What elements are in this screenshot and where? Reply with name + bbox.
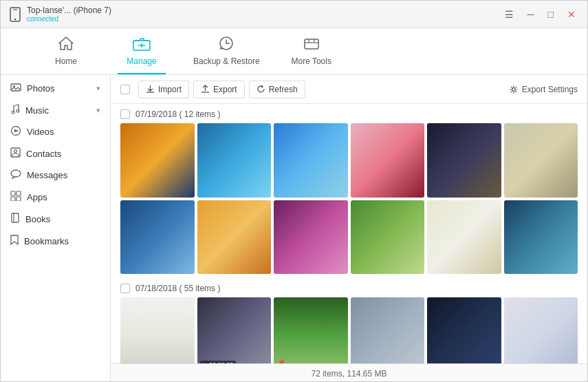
photo-grid xyxy=(120,123,578,274)
svg-point-30 xyxy=(512,87,515,91)
import-icon xyxy=(146,85,155,94)
export-settings-button[interactable]: Export Settings xyxy=(509,85,578,94)
tab-backup-label: Backup & Restore xyxy=(193,56,260,66)
home-icon xyxy=(58,36,74,54)
photo-cell[interactable] xyxy=(351,200,425,275)
status-text: 72 items, 114.65 MB xyxy=(311,369,386,379)
sidebar-item-messages-label: Messages xyxy=(27,170,67,180)
video-badge: ▶ 00:00:05 xyxy=(200,361,237,364)
device-name: Top-lanse'... (iPhone 7) xyxy=(27,6,111,15)
photo-cell[interactable] xyxy=(120,200,195,275)
export-settings-label: Export Settings xyxy=(522,85,578,94)
svg-marker-27 xyxy=(11,235,18,244)
content-area: Import Export Refresh Export Settings 07… xyxy=(111,75,587,382)
photo-cell[interactable] xyxy=(120,297,195,363)
maximize-button[interactable]: □ xyxy=(545,8,557,21)
manage-icon xyxy=(133,36,151,54)
export-label: Export xyxy=(213,85,237,94)
photo-cell[interactable] xyxy=(274,200,348,275)
svg-rect-23 xyxy=(11,197,15,201)
tools-icon xyxy=(303,36,320,54)
bookmarks-icon xyxy=(10,235,19,247)
refresh-button[interactable]: Refresh xyxy=(249,81,305,98)
date-label: 07/18/2018 ( 55 items ) xyxy=(135,284,220,293)
photos-icon xyxy=(10,83,21,94)
top-nav: Home Manage Backup & Restore xyxy=(1,28,587,75)
sidebar-item-photos[interactable]: Photos ▾ xyxy=(1,78,110,99)
photo-cell[interactable] xyxy=(351,297,425,363)
photo-cell[interactable]: 📍 xyxy=(274,297,348,363)
tab-manage[interactable]: Manage xyxy=(118,36,166,74)
tab-tools-label: More Tools xyxy=(291,56,331,66)
refresh-label: Refresh xyxy=(269,85,298,94)
photo-cell[interactable] xyxy=(427,123,501,198)
svg-rect-25 xyxy=(12,213,19,222)
svg-rect-22 xyxy=(17,191,21,195)
apps-icon xyxy=(10,191,21,203)
menu-button[interactable]: ☰ xyxy=(501,8,517,21)
photo-cell[interactable] xyxy=(120,123,195,198)
photo-cell[interactable] xyxy=(427,200,501,275)
toolbar: Import Export Refresh Export Settings xyxy=(111,75,587,104)
photo-cell[interactable] xyxy=(274,123,348,198)
svg-rect-21 xyxy=(11,191,15,195)
tab-home[interactable]: Home xyxy=(42,36,90,74)
export-icon xyxy=(201,85,210,94)
group-checkbox[interactable] xyxy=(120,284,130,293)
photo-cell[interactable] xyxy=(504,123,578,198)
phone-icon xyxy=(9,7,21,22)
tab-tools[interactable]: More Tools xyxy=(287,36,336,74)
photo-cell[interactable] xyxy=(197,200,272,275)
title-bar: Top-lanse'... (iPhone 7) connected ☰ ─ □… xyxy=(1,1,587,28)
photo-cell[interactable]: ▶ 00:00:05 xyxy=(197,297,272,363)
sidebar-item-apps[interactable]: Apps xyxy=(1,186,110,208)
export-button[interactable]: Export xyxy=(193,81,245,98)
photo-cell[interactable] xyxy=(427,297,501,363)
photo-cell[interactable] xyxy=(504,297,578,363)
device-info: Top-lanse'... (iPhone 7) connected xyxy=(9,6,111,23)
select-all-checkbox[interactable] xyxy=(120,85,130,94)
minimize-button[interactable]: ─ xyxy=(524,8,538,21)
svg-point-20 xyxy=(11,170,21,177)
location-badge: 📍 xyxy=(276,359,287,364)
photo-cell[interactable] xyxy=(351,123,425,198)
svg-rect-24 xyxy=(17,197,21,201)
sidebar-item-apps-label: Apps xyxy=(27,192,47,202)
date-label: 07/19/2018 ( 12 items ) xyxy=(135,109,220,119)
photo-group: 07/18/2018 ( 55 items )▶ 00:00:05📍 xyxy=(120,278,578,363)
svg-point-19 xyxy=(14,150,17,153)
window-controls: ☰ ─ □ ✕ xyxy=(501,8,579,21)
sidebar-item-books[interactable]: Books xyxy=(1,208,110,230)
sidebar-item-music[interactable]: Music ▾ xyxy=(1,99,110,121)
sidebar-item-contacts-label: Contacts xyxy=(26,149,61,159)
group-checkbox[interactable] xyxy=(120,109,130,119)
sidebar-item-bookmarks[interactable]: Bookmarks xyxy=(1,230,110,252)
photo-cell[interactable] xyxy=(504,200,578,275)
svg-point-13 xyxy=(13,85,15,87)
date-header: 07/18/2018 ( 55 items ) xyxy=(120,278,578,297)
sidebar-item-videos[interactable]: Videos xyxy=(1,121,110,142)
gear-icon xyxy=(509,85,519,94)
sidebar-item-photos-label: Photos xyxy=(27,83,54,94)
sidebar-item-messages[interactable]: Messages xyxy=(1,165,110,186)
photo-grid-scroll[interactable]: 07/19/2018 ( 12 items )07/18/2018 ( 55 i… xyxy=(111,104,587,363)
main-layout: Photos ▾ Music ▾ Videos Contacts xyxy=(1,75,587,382)
photo-group: 07/19/2018 ( 12 items ) xyxy=(120,104,578,274)
messages-icon xyxy=(10,169,21,181)
sidebar-item-contacts[interactable]: Contacts xyxy=(1,142,110,165)
svg-marker-3 xyxy=(59,37,73,50)
svg-point-1 xyxy=(14,18,16,19)
contacts-icon xyxy=(10,147,21,160)
date-header: 07/19/2018 ( 12 items ) xyxy=(120,104,578,123)
tab-manage-label: Manage xyxy=(127,56,156,66)
tab-backup[interactable]: Backup & Restore xyxy=(193,36,260,74)
svg-rect-8 xyxy=(305,39,318,49)
photo-grid: ▶ 00:00:05📍 xyxy=(120,297,578,363)
tab-home-label: Home xyxy=(55,56,77,66)
import-button[interactable]: Import xyxy=(138,81,189,98)
close-button[interactable]: ✕ xyxy=(564,8,579,21)
sidebar-item-videos-label: Videos xyxy=(27,127,54,137)
music-chevron: ▾ xyxy=(96,106,100,115)
photo-cell[interactable] xyxy=(197,123,272,198)
music-icon xyxy=(10,104,20,116)
